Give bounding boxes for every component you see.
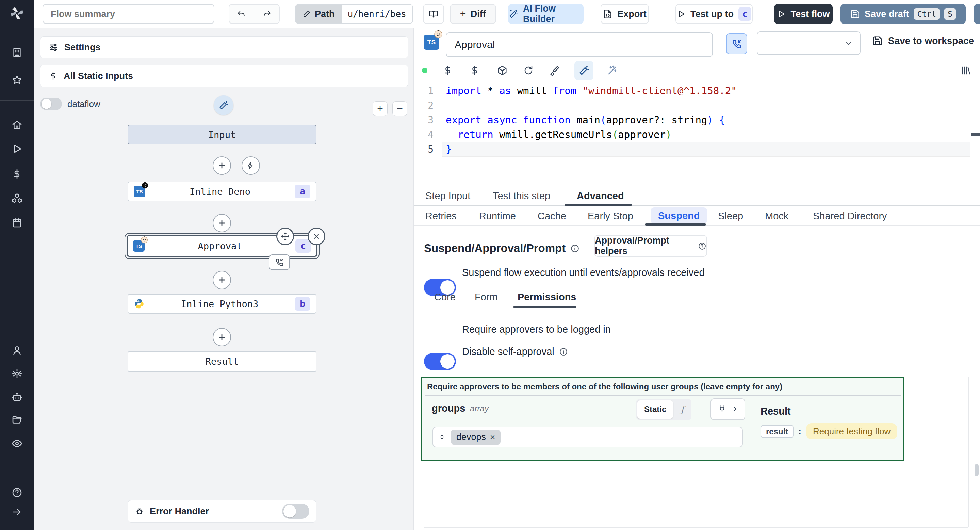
workspace-building-icon[interactable] bbox=[9, 45, 25, 60]
resources-cubes-icon[interactable] bbox=[9, 190, 25, 206]
suspend-heading-row: Suspend/Approval/Prompt bbox=[424, 242, 579, 255]
workers-robot-icon[interactable] bbox=[9, 390, 25, 405]
static-function-segmented-control: Static ƒ bbox=[636, 399, 692, 420]
suspend-phone-button[interactable] bbox=[726, 34, 747, 54]
library-icon[interactable] bbox=[959, 64, 972, 77]
tab-shared-directory[interactable]: Shared Directory bbox=[813, 211, 887, 222]
reload-icon[interactable] bbox=[522, 64, 535, 77]
add-step-button[interactable] bbox=[213, 271, 231, 289]
sparkles-wand-icon[interactable] bbox=[605, 64, 619, 77]
home-icon[interactable] bbox=[9, 117, 25, 132]
format-brush-icon[interactable] bbox=[548, 64, 562, 77]
help-icon[interactable] bbox=[9, 485, 25, 500]
code-gutter: 12345 bbox=[414, 83, 442, 157]
all-static-inputs-button[interactable]: All Static Inputs bbox=[40, 65, 408, 87]
windmill-logo-icon[interactable] bbox=[9, 5, 25, 21]
add-step-button[interactable] bbox=[213, 156, 231, 175]
audit-eye-icon[interactable] bbox=[9, 436, 25, 451]
export-button[interactable]: Export bbox=[601, 4, 649, 24]
dataflow-toggle[interactable] bbox=[40, 98, 62, 110]
require-login-toggle[interactable] bbox=[424, 353, 456, 370]
tab-core[interactable]: Core bbox=[434, 292, 456, 303]
tab-form[interactable]: Form bbox=[475, 292, 498, 303]
delete-step-button[interactable] bbox=[308, 228, 325, 245]
move-step-handle[interactable] bbox=[276, 228, 294, 245]
code-lines: import * as wmill from "windmill-client@… bbox=[446, 83, 737, 157]
path-control[interactable]: Path u/henri/bes bbox=[295, 4, 413, 24]
editor-scrollbar-thumb[interactable] bbox=[971, 133, 980, 136]
schedules-calendar-icon[interactable] bbox=[9, 215, 25, 231]
tab-runtime[interactable]: Runtime bbox=[479, 211, 516, 222]
zoom-in-button[interactable]: + bbox=[372, 101, 388, 116]
undo-button[interactable] bbox=[229, 5, 254, 23]
package-icon[interactable] bbox=[495, 64, 509, 77]
static-mode-button[interactable]: Static bbox=[637, 400, 673, 418]
save-to-workspace-button[interactable]: Save to workspace bbox=[872, 35, 974, 46]
play-icon bbox=[677, 10, 686, 18]
step-title-input[interactable] bbox=[446, 32, 713, 57]
folders-icon[interactable] bbox=[9, 412, 25, 428]
tab-sleep[interactable]: Sleep bbox=[718, 211, 743, 222]
tab-cache[interactable]: Cache bbox=[538, 211, 566, 222]
tab-suspend[interactable]: Suspend bbox=[651, 208, 707, 224]
flow-settings-button[interactable]: Settings bbox=[40, 37, 408, 58]
trigger-lightning-button[interactable] bbox=[242, 156, 260, 175]
ai-wand-button[interactable] bbox=[574, 61, 593, 80]
info-icon[interactable] bbox=[570, 244, 579, 253]
info-icon[interactable] bbox=[559, 347, 568, 356]
top-toolbar: Path u/henri/bes ± Diff AI Flow Builder … bbox=[34, 0, 980, 28]
save-draft-button[interactable]: Save draft Ctrl S bbox=[840, 4, 966, 24]
code-editor[interactable]: 12345 import * as wmill from "windmill-c… bbox=[414, 83, 980, 186]
field-type: array bbox=[470, 404, 488, 413]
save-floppy-icon bbox=[850, 9, 860, 19]
divider bbox=[970, 83, 970, 186]
divider bbox=[425, 396, 901, 396]
flow-node-result[interactable]: Result bbox=[127, 351, 317, 372]
template-select[interactable] bbox=[757, 31, 861, 55]
collapse-arrow-icon[interactable] bbox=[9, 504, 25, 520]
connect-input-button[interactable] bbox=[711, 398, 745, 420]
redo-button[interactable] bbox=[254, 5, 279, 23]
test-flow-button[interactable]: Test flow bbox=[774, 4, 833, 24]
approval-prompt-helpers-button[interactable]: Approval/Prompt helpers bbox=[594, 235, 707, 257]
add-step-button[interactable] bbox=[213, 328, 231, 346]
groups-box-header: Require approvers to be members of one o… bbox=[427, 382, 782, 391]
error-handler-toggle[interactable] bbox=[282, 504, 309, 519]
users-icon[interactable] bbox=[9, 343, 25, 358]
ai-wand-button[interactable] bbox=[214, 95, 234, 115]
tab-test-this-step[interactable]: Test this step bbox=[493, 190, 550, 202]
panel-scrollbar-thumb[interactable] bbox=[975, 464, 978, 476]
add-step-button[interactable] bbox=[213, 214, 231, 232]
groups-multiselect-input[interactable]: devops × bbox=[433, 427, 743, 447]
group-chip[interactable]: devops × bbox=[451, 430, 501, 444]
javascript-mode-button[interactable]: ƒ bbox=[675, 400, 690, 418]
clipped-toolbar-button[interactable] bbox=[974, 4, 980, 24]
flow-summary-input[interactable] bbox=[43, 4, 215, 24]
error-handler-bar[interactable]: Error Handler bbox=[127, 500, 317, 522]
resources-dollar-icon[interactable] bbox=[468, 64, 482, 77]
diff-button[interactable]: ± Diff bbox=[450, 4, 496, 24]
flow-node-python[interactable]: Inline Python3 b bbox=[127, 294, 317, 314]
ai-flow-builder-button[interactable]: AI Flow Builder bbox=[508, 4, 584, 24]
tab-mock[interactable]: Mock bbox=[765, 211, 788, 222]
tab-retries[interactable]: Retries bbox=[425, 211, 457, 222]
settings-gear-icon[interactable] bbox=[9, 366, 25, 382]
arrow-right-icon bbox=[730, 405, 738, 413]
variables-dollar-icon[interactable] bbox=[9, 166, 25, 182]
variables-dollar-icon[interactable] bbox=[441, 64, 455, 77]
tab-step-input[interactable]: Step Input bbox=[425, 190, 470, 202]
step-badge: b bbox=[295, 297, 310, 311]
test-up-to-button[interactable]: Test up to c bbox=[675, 4, 753, 24]
runs-play-icon[interactable] bbox=[9, 141, 25, 157]
flow-node-deno[interactable]: TS Inline Deno a bbox=[127, 182, 317, 201]
docs-book-button[interactable] bbox=[423, 4, 444, 24]
advanced-tabs: Retries Runtime Cache Early Stop Suspend… bbox=[414, 206, 980, 226]
zoom-out-button[interactable]: − bbox=[392, 101, 407, 116]
flow-node-input[interactable]: Input bbox=[127, 125, 317, 144]
tab-permissions[interactable]: Permissions bbox=[517, 292, 576, 303]
favorites-star-icon[interactable] bbox=[9, 72, 25, 88]
chip-remove-icon[interactable]: × bbox=[490, 432, 495, 442]
tab-advanced[interactable]: Advanced bbox=[577, 190, 624, 202]
typescript-icon: TS bbox=[133, 240, 145, 252]
tab-early-stop[interactable]: Early Stop bbox=[588, 211, 633, 222]
